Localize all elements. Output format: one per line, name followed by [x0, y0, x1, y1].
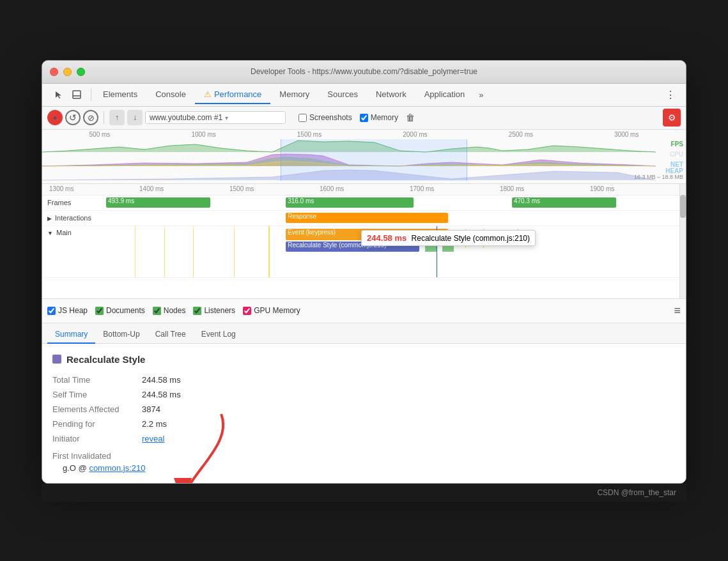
listeners-checkbox[interactable]: Listeners — [193, 306, 235, 315]
frames-content: 493.9 ms 316.0 ms 470.3 ms — [106, 196, 686, 209]
tab-memory[interactable]: Memory — [270, 86, 318, 104]
credit-text: CSDN @from_the_star — [597, 488, 676, 497]
memory-check[interactable] — [360, 114, 368, 122]
cursor-icon[interactable] — [50, 86, 68, 104]
trash-icon[interactable]: 🗑 — [406, 112, 415, 123]
elements-affected-row: Elements Affected 3874 — [52, 404, 676, 414]
interactions-track: ▶ Interactions Response — [42, 211, 686, 226]
initiator-row: Initiator reveal — [52, 434, 676, 443]
frames-label: Frames — [42, 199, 106, 206]
detail-panel: Recalculate Style Total Time 244.58 ms S… — [42, 344, 686, 483]
documents-check[interactable] — [95, 307, 104, 315]
upload-button[interactable]: ↑ — [109, 110, 125, 125]
self-time-row: Self Time 244.58 ms — [52, 390, 676, 399]
minimize-button[interactable] — [63, 68, 72, 76]
main-track: ▼ Main Event (keypress) Re — [42, 226, 686, 278]
main-triangle-icon: ▼ — [47, 230, 53, 236]
ruler-mark-1300: 1300 ms — [49, 185, 74, 192]
interactions-label: ▶ Interactions — [42, 214, 106, 222]
warning-icon: ⚠ — [204, 89, 212, 99]
svg-rect-0 — [73, 91, 81, 98]
close-button[interactable] — [50, 68, 58, 76]
record-button[interactable]: ● — [47, 110, 63, 125]
detail-title: Recalculate Style — [52, 354, 676, 365]
tab-sources[interactable]: Sources — [318, 86, 367, 104]
main-content: Event (keypress) Recalculate Style (comm… — [106, 226, 686, 277]
first-invalidated-value: g.O @ common.js:210 — [63, 463, 676, 473]
tab-call-tree[interactable]: Call Tree — [148, 326, 194, 344]
gpu-check[interactable] — [243, 307, 251, 315]
maximize-button[interactable] — [77, 68, 85, 76]
tooltip-label: Recalculate Style (common.js:210) — [412, 234, 530, 243]
control-divider — [104, 111, 104, 124]
scrollbar-thumb[interactable] — [680, 195, 686, 218]
nav-tabs: Elements Console ⚠ Performance Memory So… — [42, 84, 686, 107]
first-invalidated-section: First Invalidated g.O @ common.js:210 — [52, 451, 676, 473]
screenshot-checkbox-group: Screenshots Memory 🗑 — [298, 112, 415, 123]
window-title: Developer Tools - https://www.youtube.co… — [251, 67, 477, 76]
frames-track: Frames 493.9 ms 316.0 ms 470.3 ms — [42, 196, 686, 211]
nodes-checkbox[interactable]: Nodes — [153, 306, 186, 315]
reload-button[interactable]: ↺ — [65, 110, 81, 125]
first-invalidated-link[interactable]: common.js:210 — [89, 463, 145, 473]
more-tabs-button[interactable]: » — [474, 88, 488, 102]
listeners-check[interactable] — [193, 307, 201, 315]
clear-button[interactable]: ⊘ — [83, 110, 98, 125]
tab-console[interactable]: Console — [146, 86, 195, 104]
tab-bottom-up[interactable]: Bottom-Up — [95, 326, 147, 344]
pending-for-row: Pending for 2.2 ms — [52, 419, 676, 429]
divider — [91, 88, 91, 101]
screenshots-checkbox[interactable]: Screenshots — [298, 113, 352, 122]
bottom-bar: CSDN @from_the_star — [42, 484, 686, 502]
memory-checkbox[interactable]: Memory — [360, 113, 398, 122]
ruler-mark-1600: 1600 ms — [320, 185, 344, 192]
url-box[interactable]: www.youtube.com #1 ▾ — [145, 111, 286, 124]
detail-timeline[interactable]: 1300 ms 1400 ms 1500 ms 1600 ms 1700 ms … — [42, 184, 686, 299]
interactions-content: Response — [106, 211, 686, 224]
control-bar: ● ↺ ⊘ ↑ ↓ www.youtube.com #1 ▾ — [42, 107, 686, 130]
timeline-overview[interactable]: 500 ms 1000 ms 1500 ms 2000 ms 2500 ms 3… — [42, 130, 686, 184]
tab-event-log[interactable]: Event Log — [194, 326, 244, 344]
triangle-icon: ▶ — [47, 215, 52, 222]
main-label: ▼ Main — [42, 226, 106, 236]
url-dropdown-icon: ▾ — [225, 114, 234, 121]
ruler-mark-1500: 1500 ms — [229, 185, 254, 192]
frame-bar-2: 316.0 ms — [286, 197, 414, 208]
js-heap-check[interactable] — [47, 307, 56, 315]
tooltip: 244.58 ms Recalculate Style (common.js:2… — [361, 230, 536, 246]
detail-ruler: 1300 ms 1400 ms 1500 ms 1600 ms 1700 ms … — [42, 184, 686, 196]
heap-value: 16.3 MB – 18.8 MB — [634, 174, 683, 180]
initiator-link[interactable]: reveal — [142, 434, 164, 443]
scrollbar-track[interactable] — [679, 184, 686, 298]
fps-label: FPS — [671, 141, 683, 148]
tab-application[interactable]: Application — [415, 86, 474, 104]
gpu-memory-checkbox[interactable]: GPU Memory — [243, 306, 300, 315]
title-icon — [52, 355, 61, 364]
settings-button[interactable]: ⚙ — [663, 109, 681, 127]
traffic-lights — [50, 68, 85, 76]
cpu-label: CPU — [670, 151, 683, 158]
documents-checkbox[interactable]: Documents — [95, 306, 145, 315]
download-button[interactable]: ↓ — [127, 110, 143, 125]
nodes-check[interactable] — [153, 307, 161, 315]
tab-elements[interactable]: Elements — [94, 86, 146, 104]
tab-summary[interactable]: Summary — [47, 326, 95, 344]
memory-menu-button[interactable]: ≡ — [674, 304, 681, 318]
memory-section: JS Heap Documents Nodes Listeners GPU Me… — [42, 299, 686, 323]
title-bar: Developer Tools - https://www.youtube.co… — [42, 61, 686, 84]
response-bar: Response — [286, 213, 448, 223]
tab-network[interactable]: Network — [367, 86, 415, 104]
ruler-mark-1800: 1800 ms — [500, 185, 524, 192]
ruler-mark-1900: 1900 ms — [590, 185, 614, 192]
js-heap-checkbox[interactable]: JS Heap — [47, 306, 88, 315]
menu-button[interactable]: ⋮ — [660, 86, 681, 104]
dock-icon[interactable] — [68, 86, 86, 104]
detail-tab-bar: Summary Bottom-Up Call Tree Event Log — [42, 323, 686, 344]
devtools-window: Developer Tools - https://www.youtube.co… — [42, 60, 686, 484]
selection-overlay — [281, 139, 467, 181]
frame-bar-1: 493.9 ms — [106, 197, 210, 208]
heap-label: HEAP — [665, 167, 683, 174]
screenshots-check[interactable] — [298, 114, 307, 122]
timeline-ruler: 500 ms 1000 ms 1500 ms 2000 ms 2500 ms 3… — [42, 130, 686, 139]
tab-performance[interactable]: ⚠ Performance — [195, 86, 270, 104]
